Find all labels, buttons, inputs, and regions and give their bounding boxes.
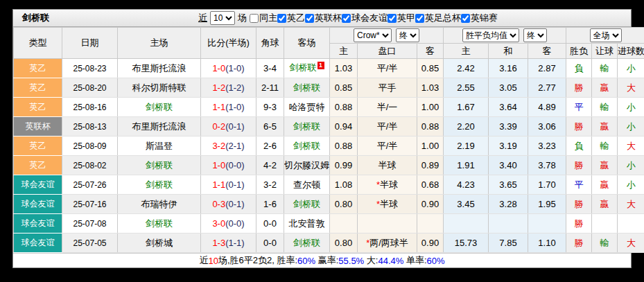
avg-draw-cell: 3.05 [489, 78, 528, 98]
summary-segment: 大: [364, 254, 378, 267]
league-filter-checkbox[interactable] [388, 14, 397, 23]
odds-home-cell: 0.80 [330, 195, 358, 214]
corner-cell: 0-0 [256, 233, 284, 253]
avg-away-cell: 1.95 [528, 195, 566, 214]
match-row: 球会友谊25-07-05剑桥城1-3(1-1)0-0剑桥联0.80*两/两球半0… [14, 233, 644, 253]
score-cell: 0-3(0-1) [201, 195, 256, 214]
away-team-cell: 剑桥联1 [284, 59, 330, 78]
team-title: 剑桥联 [22, 12, 49, 24]
away-team-cell: 剑桥联 [284, 233, 330, 253]
odds-home-cell: 0.80 [330, 233, 358, 253]
near-link[interactable]: 近 [198, 12, 207, 24]
odds-company-select[interactable]: Crow* [354, 28, 392, 42]
summary-segment: 60% [297, 256, 315, 266]
league-filter-同主[interactable]: 同主 [250, 12, 277, 24]
result-group-header: 全场 [566, 28, 644, 44]
date-cell: 25-07-16 [62, 195, 118, 214]
date-cell: 25-07-08 [62, 214, 118, 233]
league-filter-英足总杯[interactable]: 英足总杯 [415, 12, 461, 24]
avg-group-header: 胜平负均值 终 [444, 28, 566, 44]
col-header-away: 客场 [284, 28, 330, 59]
match-count-select[interactable]: 10 [210, 11, 235, 25]
match-row: 英乙25-08-16剑桥联1-1(1-0)9-3哈洛贾特0.88半/一1.001… [14, 98, 644, 117]
odds-away-cell: 1.00 [417, 98, 444, 117]
league-type-cell: 球会友谊 [14, 233, 62, 253]
away-team-cell: 查尔顿 [284, 175, 330, 195]
league-filter-checkbox[interactable] [415, 14, 424, 23]
league-filter-checkbox[interactable] [305, 14, 314, 23]
result-handicap-cell: 贏 [592, 195, 618, 214]
col-header-odds-home: 主 [330, 44, 358, 59]
result-goals-cell: 小 [618, 175, 644, 195]
league-filter-球会友谊[interactable]: 球会友谊 [342, 12, 388, 24]
date-cell: 25-07-26 [62, 175, 118, 195]
avg-home-cell: 2.55 [444, 78, 489, 98]
match-table: 类型 日期 主场 比分(半场) 角球 客场 Crow* 终 [13, 27, 644, 253]
league-filter-英甲[interactable]: 英甲 [388, 12, 415, 24]
col-header-corner: 角球 [256, 28, 284, 59]
score-cell: 1-1(1-0) [201, 98, 256, 117]
league-filter-英乙[interactable]: 英乙 [277, 12, 305, 24]
odds-home-cell [330, 214, 358, 233]
league-filter-checkbox[interactable] [250, 14, 259, 23]
home-team-cell: 布里斯托流浪 [118, 59, 201, 78]
league-filter-checkbox[interactable] [277, 14, 286, 23]
result-handicap-cell: 輸 [592, 59, 618, 78]
odds-home-cell: 1.03 [330, 59, 358, 78]
odds-away-cell [417, 214, 444, 233]
avg-away-cell [528, 214, 566, 233]
avg-draw-cell: 3.64 [489, 98, 528, 117]
odds-away-cell: 1.00 [417, 136, 444, 156]
avg-draw-cell: 3.19 [489, 136, 528, 156]
col-header-avg-home: 主 [444, 44, 489, 59]
avg-away-cell: 4.89 [528, 98, 566, 117]
avg-home-cell [444, 214, 489, 233]
corner-cell: 0-0 [256, 214, 284, 233]
avg-away-cell: 2.77 [528, 78, 566, 98]
scope-select[interactable]: 全场 [590, 28, 622, 42]
result-wdl-cell: 負 [566, 59, 592, 78]
match-row: 球会友谊25-07-16布瑞特伊0-3(0-1)1-6剑桥联0.80*半球0.9… [14, 195, 644, 214]
league-filter-checkbox[interactable] [461, 14, 470, 23]
summary-segment: 10 [208, 256, 218, 266]
avg-home-cell: 1.67 [444, 98, 489, 117]
screen: 剑桥联 近 10 场 同主英乙英联杯球会友谊英甲英足总杯英锦赛 类型 日期 [0, 0, 644, 282]
col-header-date: 日期 [62, 28, 118, 59]
odds-stage-select[interactable]: 终 [396, 28, 419, 42]
summary-segment: 场,胜6平2负2, 胜率: [218, 254, 297, 267]
col-header-handicap: 盘口 [358, 44, 417, 59]
result-wdl-cell: 勝 [566, 214, 592, 233]
score-cell: 1-0(0-0) [201, 156, 256, 175]
away-team-cell: 剑桥联 [284, 195, 330, 214]
handicap-cell: 半/一 [358, 98, 417, 117]
filter-controls: 近 10 场 同主英乙英联杯球会友谊英甲英足总杯英锦赛 [198, 10, 498, 26]
home-team-cell: 布瑞特伊 [118, 195, 201, 214]
league-type-cell: 英乙 [14, 156, 62, 175]
avg-away-cell: 1.10 [528, 233, 566, 253]
col-header-avg-draw: 和 [489, 44, 528, 59]
avg-away-cell: 1.70 [528, 175, 566, 195]
avg-stage-select[interactable]: 终 [523, 28, 547, 42]
result-wdl-cell: 平 [566, 175, 592, 195]
odds-group-header: Crow* 终 [330, 28, 444, 44]
date-cell: 25-08-20 [62, 78, 118, 98]
result-handicap-cell: 輸 [592, 233, 618, 253]
handicap-cell: 平/半 [358, 117, 417, 136]
league-filter-英联杯[interactable]: 英联杯 [305, 12, 342, 24]
match-history-panel: 剑桥联 近 10 场 同主英乙英联杯球会友谊英甲英足总杯英锦赛 类型 日期 [12, 9, 632, 268]
result-handicap-cell: 輸 [592, 136, 618, 156]
avg-type-select[interactable]: 胜平负均值 [462, 28, 519, 42]
league-filter-label: 英锦赛 [471, 12, 498, 24]
league-filter-英锦赛[interactable]: 英锦赛 [461, 12, 498, 24]
away-team-cell: 北安普敦 [284, 214, 330, 233]
result-goals-cell: 大 [618, 195, 644, 214]
odds-home-cell: 0.88 [330, 98, 358, 117]
league-filter-checkbox[interactable] [342, 14, 351, 23]
col-header-home: 主场 [118, 28, 201, 59]
score-cell: 1-3(1-1) [201, 233, 256, 253]
odds-away-cell: 0.90 [417, 233, 444, 253]
avg-draw-cell: 3.40 [489, 156, 528, 175]
league-type-cell: 英联杯 [14, 117, 62, 136]
handicap-cell: 平/半 [358, 136, 417, 156]
odds-home-cell: 0.99 [330, 156, 358, 175]
